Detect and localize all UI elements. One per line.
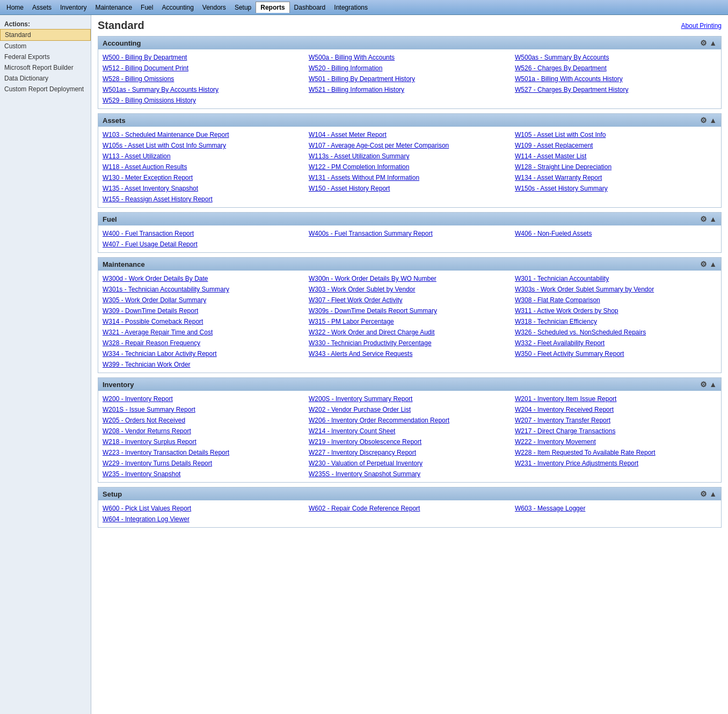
nav-item-fuel[interactable]: Fuel: [136, 2, 157, 13]
report-link-inventory-18[interactable]: W229 - Inventory Turns Details Report: [103, 458, 304, 468]
report-link-maintenance-22[interactable]: W343 - Alerts And Service Requests: [309, 349, 511, 359]
report-link-inventory-20[interactable]: W231 - Inventory Price Adjustments Repor…: [515, 458, 717, 468]
report-link-maintenance-13[interactable]: W315 - PM Labor Percentage: [309, 317, 511, 326]
report-link-inventory-7[interactable]: W206 - Inventory Order Recommendation Re…: [309, 416, 511, 425]
report-link-inventory-14[interactable]: W222 - Inventory Movement: [515, 437, 717, 447]
nav-item-inventory[interactable]: Inventory: [56, 2, 91, 13]
collapse-icon-fuel[interactable]: ▲: [709, 215, 717, 223]
report-link-assets-7[interactable]: W113s - Asset Utilization Summary: [309, 151, 511, 161]
report-link-assets-17[interactable]: W150s - Asset History Summary: [515, 184, 717, 193]
report-link-maintenance-14[interactable]: W318 - Technician Efficiency: [515, 317, 717, 326]
report-link-assets-18[interactable]: W155 - Reassign Asset History Report: [103, 194, 304, 204]
report-link-setup-1[interactable]: W602 - Repair Code Reference Report: [309, 504, 511, 513]
report-link-inventory-19[interactable]: W230 - Valuation of Perpetual Inventory: [309, 458, 511, 468]
report-link-accounting-8[interactable]: W501a - Billing With Accounts History: [515, 74, 717, 84]
nav-item-setup[interactable]: Setup: [230, 2, 256, 13]
nav-item-maintenance[interactable]: Maintenance: [91, 2, 136, 13]
report-link-inventory-11[interactable]: W217 - Direct Charge Transactions: [515, 426, 717, 436]
report-link-inventory-8[interactable]: W207 - Inventory Transfer Report: [515, 416, 717, 425]
nav-item-assets[interactable]: Assets: [28, 2, 56, 13]
report-link-assets-2[interactable]: W105 - Asset List with Cost Info: [515, 130, 717, 140]
report-link-setup-0[interactable]: W600 - Pick List Values Report: [103, 504, 304, 513]
report-link-fuel-2[interactable]: W406 - Non-Fueled Assets: [515, 229, 717, 238]
report-link-maintenance-2[interactable]: W301 - Technician Accountability: [515, 274, 717, 283]
report-link-maintenance-0[interactable]: W300d - Work Order Details By Date: [103, 274, 304, 283]
report-link-maintenance-6[interactable]: W305 - Work Order Dollar Summary: [103, 295, 304, 305]
report-link-assets-3[interactable]: W105s - Asset List with Cost Info Summar…: [103, 141, 304, 150]
sidebar-item-data-dictionary[interactable]: Data Dictionary: [0, 73, 91, 84]
report-link-assets-6[interactable]: W113 - Asset Utilization: [103, 151, 304, 161]
report-link-maintenance-19[interactable]: W330 - Technician Productivity Percentag…: [309, 338, 511, 348]
about-printing-link[interactable]: About Printing: [681, 22, 722, 30]
gear-icon-assets[interactable]: ⚙: [700, 116, 707, 125]
sidebar-item-custom[interactable]: Custom: [0, 41, 91, 52]
report-link-assets-15[interactable]: W135 - Asset Inventory Snapshot: [103, 184, 304, 193]
report-link-maintenance-8[interactable]: W308 - Flat Rate Comparison: [515, 295, 717, 305]
report-link-maintenance-23[interactable]: W350 - Fleet Activity Summary Report: [515, 349, 717, 359]
report-link-accounting-12[interactable]: W529 - Billing Omissions History: [103, 96, 304, 105]
report-link-maintenance-9[interactable]: W309 - DownTime Details Report: [103, 306, 304, 316]
sidebar-item-custom-report-deployment[interactable]: Custom Report Deployment: [0, 84, 91, 94]
report-link-accounting-6[interactable]: W528 - Billing Omissions: [103, 74, 304, 84]
report-link-accounting-2[interactable]: W500as - Summary By Accounts: [515, 53, 717, 62]
gear-icon-setup[interactable]: ⚙: [700, 490, 707, 498]
report-link-inventory-5[interactable]: W204 - Inventory Received Report: [515, 405, 717, 414]
report-link-inventory-10[interactable]: W214 - Inventory Count Sheet: [309, 426, 511, 436]
report-link-assets-11[interactable]: W128 - Straight Line Depreciation: [515, 162, 717, 172]
report-link-inventory-22[interactable]: W235S - Inventory Snapshot Summary: [309, 469, 511, 479]
sidebar-item-standard[interactable]: Standard: [0, 29, 91, 41]
report-link-maintenance-5[interactable]: W303s - Work Order Sublet Summary by Ven…: [515, 285, 717, 294]
report-link-accounting-11[interactable]: W527 - Charges By Department History: [515, 85, 717, 94]
report-link-inventory-16[interactable]: W227 - Inventory Discrepancy Report: [309, 448, 511, 457]
report-link-maintenance-4[interactable]: W303 - Work Order Sublet by Vendor: [309, 285, 511, 294]
report-link-inventory-6[interactable]: W205 - Orders Not Received: [103, 416, 304, 425]
report-link-accounting-5[interactable]: W526 - Charges By Department: [515, 63, 717, 73]
report-link-accounting-1[interactable]: W500a - Billing With Accounts: [309, 53, 511, 62]
collapse-icon-setup[interactable]: ▲: [709, 490, 717, 498]
report-link-maintenance-21[interactable]: W334 - Technician Labor Activity Report: [103, 349, 304, 359]
report-link-assets-5[interactable]: W109 - Asset Replacement: [515, 141, 717, 150]
report-link-maintenance-15[interactable]: W321 - Average Repair Time and Cost: [103, 327, 304, 337]
report-link-assets-0[interactable]: W103 - Scheduled Maintenance Due Report: [103, 130, 304, 140]
report-link-maintenance-11[interactable]: W311 - Active Work Orders by Shop: [515, 306, 717, 316]
report-link-inventory-3[interactable]: W201S - Issue Summary Report: [103, 405, 304, 414]
report-link-assets-16[interactable]: W150 - Asset History Report: [309, 184, 511, 193]
report-link-accounting-3[interactable]: W512 - Billing Document Print: [103, 63, 304, 73]
report-link-maintenance-7[interactable]: W307 - Fleet Work Order Activity: [309, 295, 511, 305]
report-link-inventory-17[interactable]: W228 - Item Requested To Available Rate …: [515, 448, 717, 457]
gear-icon-fuel[interactable]: ⚙: [700, 215, 707, 223]
report-link-accounting-9[interactable]: W501as - Summary By Accounts History: [103, 85, 304, 94]
report-link-assets-4[interactable]: W107 - Average Age-Cost per Meter Compar…: [309, 141, 511, 150]
nav-item-home[interactable]: Home: [2, 2, 28, 13]
report-link-fuel-1[interactable]: W400s - Fuel Transaction Summary Report: [309, 229, 511, 238]
report-link-maintenance-16[interactable]: W322 - Work Order and Direct Charge Audi…: [309, 327, 511, 337]
gear-icon-accounting[interactable]: ⚙: [700, 39, 707, 47]
gear-icon-maintenance[interactable]: ⚙: [700, 260, 707, 268]
report-link-setup-2[interactable]: W603 - Message Logger: [515, 504, 717, 513]
sidebar-item-federal-exports[interactable]: Federal Exports: [0, 52, 91, 62]
report-link-maintenance-1[interactable]: W300n - Work Order Details By WO Number: [309, 274, 511, 283]
report-link-accounting-7[interactable]: W501 - Billing By Department History: [309, 74, 511, 84]
nav-item-dashboard[interactable]: Dashboard: [290, 2, 330, 13]
report-link-maintenance-12[interactable]: W314 - Possible Comeback Report: [103, 317, 304, 326]
collapse-icon-maintenance[interactable]: ▲: [709, 260, 717, 268]
report-link-accounting-0[interactable]: W500 - Billing By Department: [103, 53, 304, 62]
report-link-fuel-3[interactable]: W407 - Fuel Usage Detail Report: [103, 239, 304, 249]
report-link-inventory-9[interactable]: W208 - Vendor Returns Report: [103, 426, 304, 436]
report-link-maintenance-10[interactable]: W309s - DownTime Details Report Summary: [309, 306, 511, 316]
report-link-assets-12[interactable]: W130 - Meter Exception Report: [103, 173, 304, 183]
gear-icon-inventory[interactable]: ⚙: [700, 380, 707, 389]
report-link-inventory-15[interactable]: W223 - Inventory Transaction Details Rep…: [103, 448, 304, 457]
report-link-assets-14[interactable]: W134 - Asset Warranty Report: [515, 173, 717, 183]
collapse-icon-assets[interactable]: ▲: [709, 116, 717, 125]
report-link-inventory-0[interactable]: W200 - Inventory Report: [103, 394, 304, 404]
report-link-accounting-4[interactable]: W520 - Billing Information: [309, 63, 511, 73]
report-link-inventory-12[interactable]: W218 - Inventory Surplus Report: [103, 437, 304, 447]
report-link-inventory-4[interactable]: W202 - Vendor Purchase Order List: [309, 405, 511, 414]
report-link-maintenance-17[interactable]: W326 - Scheduled vs. NonScheduled Repair…: [515, 327, 717, 337]
report-link-fuel-0[interactable]: W400 - Fuel Transaction Report: [103, 229, 304, 238]
nav-item-vendors[interactable]: Vendors: [198, 2, 230, 13]
report-link-assets-1[interactable]: W104 - Asset Meter Report: [309, 130, 511, 140]
report-link-inventory-1[interactable]: W200S - Inventory Summary Report: [309, 394, 511, 404]
report-link-assets-10[interactable]: W122 - PM Completion Information: [309, 162, 511, 172]
